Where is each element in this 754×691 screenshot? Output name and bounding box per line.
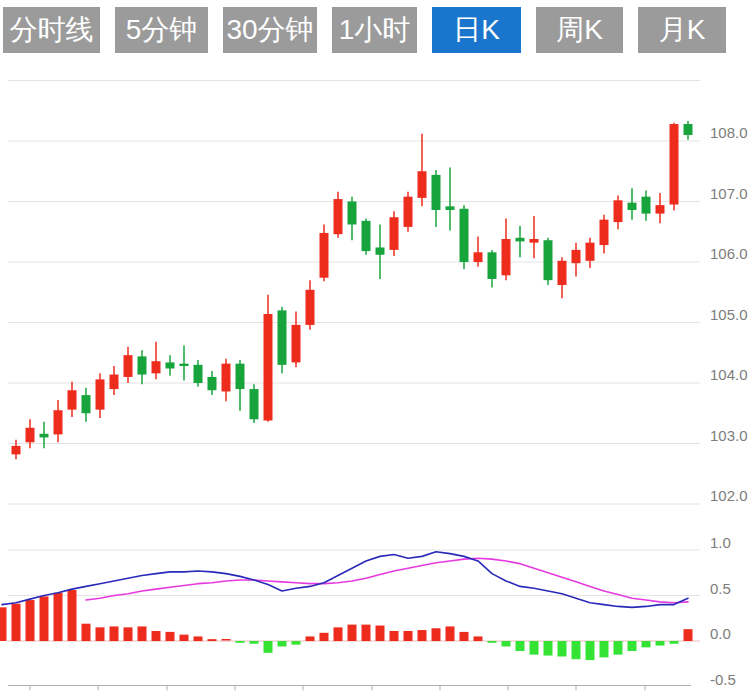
dea-line bbox=[86, 558, 688, 603]
tab-30min[interactable]: 30分钟 bbox=[223, 7, 317, 53]
kline-app: { "tabs": { "items": [ {"id": "timeline"… bbox=[0, 0, 754, 691]
macd-tick-label: 0.0 bbox=[710, 625, 731, 642]
price-axis-labels: 108.0107.0106.0105.0104.0103.0102.0 bbox=[710, 124, 748, 504]
price-tick-label: 108.0 bbox=[710, 124, 748, 141]
macd-axis-labels: 1.00.50.0-0.5 bbox=[710, 534, 736, 688]
tab-weekly[interactable]: 周K bbox=[536, 7, 623, 53]
tab-monthly[interactable]: 月K bbox=[638, 7, 726, 53]
tab-5min[interactable]: 5分钟 bbox=[115, 7, 208, 53]
tab-1hour[interactable]: 1小时 bbox=[332, 7, 417, 53]
price-tick-label: 106.0 bbox=[710, 245, 748, 262]
dif-line bbox=[2, 552, 688, 608]
tab-daily[interactable]: 日K bbox=[432, 7, 521, 53]
macd-tick-label: 0.5 bbox=[710, 580, 731, 597]
price-tick-label: 102.0 bbox=[710, 487, 748, 504]
price-tick-label: 107.0 bbox=[710, 185, 748, 202]
macd-tick-label: 1.0 bbox=[710, 534, 731, 551]
kline-chart[interactable]: 108.0107.0106.0105.0104.0103.0102.0 1.00… bbox=[0, 0, 754, 691]
interval-tab-bar: 分时线5分钟30分钟1小时日K周K月K bbox=[3, 7, 726, 53]
macd-tick-label: -0.5 bbox=[710, 671, 736, 688]
macd-histogram bbox=[0, 590, 693, 660]
price-tick-label: 104.0 bbox=[710, 366, 748, 383]
x-axis bbox=[8, 686, 691, 691]
price-tick-label: 105.0 bbox=[710, 306, 748, 323]
candlesticks bbox=[12, 121, 693, 459]
price-tick-label: 103.0 bbox=[710, 427, 748, 444]
tab-timeline[interactable]: 分时线 bbox=[3, 7, 100, 53]
price-gridlines bbox=[8, 81, 700, 505]
